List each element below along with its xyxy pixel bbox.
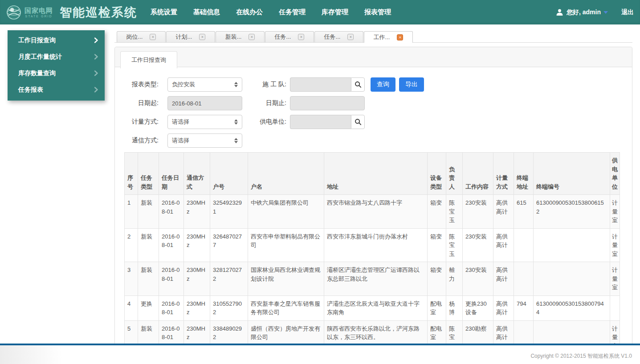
tab[interactable]: 工作...× bbox=[364, 31, 413, 43]
logout-button[interactable]: 退出 bbox=[621, 8, 634, 16]
topmenu-item[interactable]: 报表管理 bbox=[364, 8, 391, 16]
brand: 国家电网 STATE GRID 智能巡检系统 bbox=[6, 4, 137, 20]
table-row[interactable]: 1新装2016-08-01230MHz3254923291中铁六局集团有限公司西… bbox=[125, 195, 620, 229]
table-header-cell: 通信方式 bbox=[184, 153, 210, 195]
close-tab-icon[interactable]: × bbox=[249, 34, 255, 40]
metering-mode-label: 计量方式: bbox=[125, 118, 159, 126]
date-to-label: 日期止: bbox=[242, 99, 290, 107]
table-header-cell: 序号 bbox=[125, 153, 138, 195]
sidebar-item-label: 月度工作量统计 bbox=[18, 53, 62, 61]
sidebar-item[interactable]: 工作日报查询 bbox=[8, 32, 105, 49]
table-cell bbox=[514, 262, 534, 296]
tab[interactable]: 计划...× bbox=[166, 31, 215, 42]
table-cell: 西安市沣东新城斗门街办落水村 bbox=[324, 228, 428, 262]
report-type-selected-value: 负控安装 bbox=[172, 81, 195, 89]
date-from-input[interactable] bbox=[167, 96, 242, 110]
supply-unit-search-button[interactable] bbox=[351, 115, 365, 129]
brand-text: 国家电网 STATE GRID bbox=[24, 7, 53, 18]
tab-label: 新装... bbox=[225, 33, 242, 41]
sidebar-item[interactable]: 任务报表 bbox=[8, 81, 105, 98]
table-header-row: 序号任务类型任务日期通信方式户号户名地址设备类型负责人工作内容计量方式终端地址终… bbox=[125, 153, 620, 195]
tab-bar: 岗位...×计划...×新装...×任务...×任务...×工作...× bbox=[114, 31, 632, 43]
table-cell: 3254923291 bbox=[210, 195, 248, 229]
topmenu-item[interactable]: 系统设置 bbox=[151, 8, 177, 16]
bottom-divider bbox=[0, 344, 640, 345]
topbar-user-area: 您好, admin 退出 bbox=[556, 8, 634, 16]
tab[interactable]: 新装...× bbox=[216, 31, 265, 42]
user-greeting[interactable]: 您好, admin bbox=[567, 8, 601, 16]
table-cell: 230MHz bbox=[184, 228, 210, 262]
table-cell: 230安装 bbox=[463, 262, 493, 296]
chevron-right-icon bbox=[94, 54, 98, 60]
search-icon bbox=[355, 118, 362, 125]
table-cell: 配电室 bbox=[428, 295, 446, 320]
comm-mode-select[interactable]: 请选择 bbox=[167, 133, 242, 148]
table-cell: 高供高计 bbox=[493, 262, 514, 296]
table-cell: 6130009005301538007944 bbox=[534, 295, 610, 320]
sidebar-item[interactable]: 库存数量查询 bbox=[8, 65, 105, 81]
topmenu-item[interactable]: 在线办公 bbox=[236, 8, 263, 16]
table-cell: 4 bbox=[125, 295, 138, 320]
table-cell: 计量室 bbox=[610, 228, 620, 262]
table-cell: 3281270272 bbox=[210, 262, 248, 296]
brand-name-en: STATE GRID bbox=[24, 15, 53, 18]
table-cell: 新装 bbox=[138, 262, 159, 296]
sidebar-item[interactable]: 月度工作量统计 bbox=[8, 49, 105, 65]
tab-label: 工作... bbox=[374, 33, 390, 41]
subtab-work-daily-report[interactable]: 工作日报查询 bbox=[120, 51, 177, 69]
close-tab-icon[interactable]: × bbox=[298, 34, 304, 40]
table-cell: 陈宝玉 bbox=[446, 195, 463, 229]
topmenu-item[interactable]: 库存管理 bbox=[322, 8, 348, 16]
close-tab-icon[interactable]: × bbox=[347, 34, 354, 40]
filter-row-2: 日期起: 日期止: bbox=[125, 96, 632, 110]
table-header-cell: 设备类型 bbox=[428, 153, 446, 195]
table-header-cell: 计量方式 bbox=[493, 153, 514, 195]
table-cell: 230MHz bbox=[184, 295, 210, 320]
table-cell: 6130009005301538006152 bbox=[534, 195, 610, 229]
close-tab-icon[interactable]: × bbox=[150, 34, 156, 40]
table-row[interactable]: 4更换2016-08-01230MHz3105527902西安新丰泰之星汽车销售… bbox=[125, 295, 620, 320]
supply-unit-group bbox=[290, 115, 365, 129]
tab[interactable]: 任务...× bbox=[265, 31, 314, 42]
date-to-input[interactable] bbox=[290, 96, 365, 110]
panel-heading: 工作日报查询 bbox=[115, 47, 632, 67]
construction-team-search-button[interactable] bbox=[351, 77, 365, 92]
report-type-select[interactable]: 负控安装 bbox=[167, 77, 242, 92]
select-arrows-icon bbox=[234, 119, 238, 125]
select-arrows-icon bbox=[234, 82, 238, 87]
tab-label: 任务... bbox=[275, 33, 291, 41]
close-tab-icon[interactable]: × bbox=[397, 34, 403, 40]
brand-name-cn: 国家电网 bbox=[24, 7, 53, 14]
supply-unit-input[interactable] bbox=[290, 115, 351, 129]
close-tab-icon[interactable]: × bbox=[199, 34, 205, 40]
table-row[interactable]: 3新装2016-08-01230MHz3281270272国家林业局西北林业调查… bbox=[125, 262, 620, 296]
export-button[interactable]: 导出 bbox=[399, 77, 424, 92]
tab-label: 计划... bbox=[176, 33, 192, 41]
topmenu-item[interactable]: 基础信息 bbox=[193, 8, 220, 16]
supply-unit-label: 供电单位: bbox=[242, 118, 290, 126]
table-cell: 雒力 bbox=[446, 262, 463, 296]
table-cell: 西安市锦业路与丈八四路十字 bbox=[324, 195, 428, 229]
table-cell: 1 bbox=[125, 195, 138, 229]
topmenu-item[interactable]: 任务管理 bbox=[279, 8, 306, 16]
table-header-cell: 终端地址 bbox=[514, 153, 534, 195]
select-arrows-icon bbox=[234, 138, 238, 143]
metering-mode-select[interactable]: 请选择 bbox=[167, 115, 242, 129]
tab[interactable]: 任务...× bbox=[314, 31, 363, 42]
tab[interactable]: 岗位...× bbox=[117, 31, 166, 42]
construction-team-input[interactable] bbox=[290, 77, 351, 92]
table-cell: 230MHz bbox=[184, 262, 210, 296]
table-cell: 230MHz bbox=[184, 195, 210, 229]
table-cell bbox=[514, 228, 534, 262]
chevron-down-icon[interactable] bbox=[603, 11, 608, 14]
chevron-right-icon bbox=[94, 70, 98, 76]
table-header-cell: 终端编号 bbox=[534, 153, 610, 195]
table-cell bbox=[610, 295, 620, 320]
query-button[interactable]: 查询 bbox=[371, 77, 395, 92]
topbar: 国家电网 STATE GRID 智能巡检系统 系统设置基础信息在线办公任务管理库… bbox=[0, 0, 640, 24]
table-row[interactable]: 2新装2016-08-01230MHz3264870277西安市申华塑料制品有限… bbox=[125, 228, 620, 262]
construction-team-group bbox=[290, 77, 365, 92]
top-menu: 系统设置基础信息在线办公任务管理库存管理报表管理 bbox=[151, 8, 391, 16]
state-grid-globe-icon bbox=[6, 5, 21, 20]
sidebar-item-label: 库存数量查询 bbox=[18, 69, 56, 77]
